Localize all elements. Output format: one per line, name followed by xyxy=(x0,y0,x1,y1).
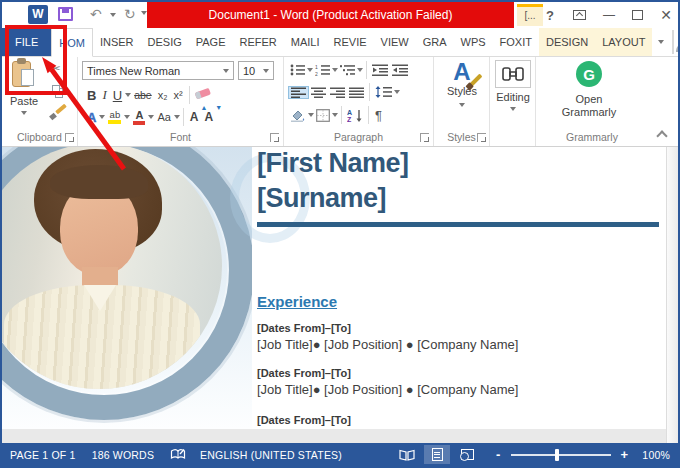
experience-heading[interactable]: Experience xyxy=(257,293,337,310)
ribbon-display-options-button[interactable] xyxy=(568,2,590,28)
tab-mailings[interactable]: MAILI xyxy=(284,28,327,56)
entry-detail[interactable]: [Job Title]● [Job Position] ● [Company N… xyxy=(257,337,518,352)
user-avatar[interactable] xyxy=(672,30,674,54)
align-center-icon xyxy=(311,87,326,98)
zoom-out-button[interactable]: - xyxy=(492,447,504,462)
sort-button[interactable]: AZ xyxy=(345,109,365,122)
minimize-button[interactable]: — xyxy=(598,2,620,28)
zoom-level[interactable]: 100% xyxy=(642,449,670,461)
line-spacing-icon xyxy=(375,86,392,98)
word-count-status[interactable]: 186 WORDS xyxy=(92,449,154,461)
show-formatting-button[interactable]: ¶ xyxy=(372,105,385,125)
styles-button[interactable]: A Styles xyxy=(438,59,486,109)
svg-text:2: 2 xyxy=(315,71,318,77)
paragraph-dialog-launcher-icon[interactable] xyxy=(420,133,429,142)
shading-button[interactable] xyxy=(288,109,308,122)
entry-dates[interactable]: [Dates From]–[To] xyxy=(257,367,351,379)
tab-view[interactable]: VIEW xyxy=(374,28,416,56)
italic-button[interactable]: I xyxy=(99,85,109,105)
superscript-button[interactable]: x² xyxy=(170,85,185,105)
subscript-button[interactable]: x₂ xyxy=(155,85,171,105)
tab-page-layout[interactable]: PAGE xyxy=(189,28,233,56)
first-name-heading[interactable]: [First Name] xyxy=(257,148,409,179)
read-mode-icon xyxy=(399,449,415,461)
undo-dropdown-icon[interactable] xyxy=(110,13,116,17)
tab-table-layout[interactable]: LAYOUT xyxy=(595,28,652,56)
tab-grammarly[interactable]: GRA xyxy=(416,28,454,56)
chevron-down-icon xyxy=(658,40,664,44)
font-dialog-launcher-icon[interactable] xyxy=(270,133,279,142)
ribbon: Paste ✂ Clipboard Times New Roman 10 xyxy=(2,57,678,147)
document-page[interactable]: [First Name] [Surname] Experience [Dates… xyxy=(2,147,666,429)
text-effects-button[interactable]: A xyxy=(84,107,99,127)
redo-icon[interactable]: ↻ xyxy=(124,6,136,22)
grammarly-button-line1: Open xyxy=(536,93,642,106)
clipboard-dialog-launcher-icon[interactable] xyxy=(65,133,74,142)
line-spacing-button[interactable] xyxy=(373,86,394,98)
save-icon[interactable] xyxy=(58,7,73,21)
multilevel-list-icon xyxy=(340,64,355,76)
bullets-button[interactable] xyxy=(288,64,307,76)
proofing-status-icon[interactable] xyxy=(170,448,186,461)
maximize-button[interactable] xyxy=(626,2,648,28)
font-color-button[interactable]: A xyxy=(130,107,148,127)
clear-formatting-button[interactable] xyxy=(193,85,214,105)
vertical-scrollbar[interactable] xyxy=(666,147,680,444)
styles-dialog-launcher-icon[interactable] xyxy=(477,133,486,142)
numbering-button[interactable]: 12 xyxy=(313,64,332,76)
tab-insert[interactable]: INSER xyxy=(93,28,141,56)
help-button[interactable]: ? xyxy=(540,2,560,28)
bold-button[interactable]: B xyxy=(84,85,99,105)
shrink-font-button[interactable]: A▼ xyxy=(202,107,217,127)
increase-indent-icon xyxy=(392,64,408,76)
tab-references[interactable]: REFER xyxy=(233,28,284,56)
sort-icon: AZ xyxy=(347,109,363,122)
surname-heading[interactable]: [Surname] xyxy=(257,183,386,214)
align-right-icon xyxy=(330,87,345,98)
multilevel-list-button[interactable] xyxy=(338,64,357,76)
strikethrough-button[interactable]: abe xyxy=(131,85,155,105)
zoom-slider[interactable] xyxy=(511,454,611,456)
zoom-slider-thumb[interactable] xyxy=(555,449,559,461)
zoom-in-button[interactable]: + xyxy=(618,447,630,462)
language-status[interactable]: ENGLISH (UNITED STATES) xyxy=(200,449,342,461)
web-layout-button[interactable] xyxy=(454,445,480,464)
undo-icon[interactable]: ↶ xyxy=(90,6,102,22)
justify-button[interactable] xyxy=(347,87,366,98)
divider xyxy=(183,108,184,126)
borders-dropdown-icon[interactable] xyxy=(332,113,338,117)
underline-button[interactable]: U xyxy=(110,85,125,105)
decrease-indent-button[interactable] xyxy=(370,64,390,76)
change-case-button[interactable]: Aa xyxy=(154,107,173,127)
format-painter-icon[interactable] xyxy=(49,107,65,121)
close-button[interactable]: ✕ xyxy=(654,2,678,28)
page-count-status[interactable]: PAGE 1 OF 1 xyxy=(10,449,76,461)
tab-wps[interactable]: WPS xyxy=(454,28,493,56)
entry-dates[interactable]: [Dates From]–[To] xyxy=(257,322,351,334)
increase-indent-button[interactable] xyxy=(390,64,410,76)
multilevel-dropdown-icon[interactable] xyxy=(357,68,363,72)
entry-detail[interactable]: [Job Title]● [Job Position] ● [Company N… xyxy=(257,382,518,397)
read-mode-button[interactable] xyxy=(394,445,420,464)
font-size-combobox[interactable]: 10 xyxy=(238,61,274,80)
align-center-button[interactable] xyxy=(309,87,328,98)
tab-review[interactable]: REVIE xyxy=(327,28,374,56)
change-case-dropdown-icon[interactable] xyxy=(174,115,180,119)
tab-table-design[interactable]: DESIGN xyxy=(539,28,595,56)
entry-dates[interactable]: [Dates From]–[To] xyxy=(257,414,351,426)
paste-dropdown-icon[interactable] xyxy=(21,111,27,115)
collapse-ribbon-icon[interactable] xyxy=(657,129,666,138)
print-layout-button[interactable] xyxy=(424,445,450,464)
word-window: W ↶ ↻ Document1 - Word (Product Activati… xyxy=(0,0,680,468)
highlight-button[interactable]: ab xyxy=(105,107,124,127)
align-left-button[interactable] xyxy=(288,86,309,99)
grow-font-button[interactable]: A▲ xyxy=(187,107,202,127)
font-family-combobox[interactable]: Times New Roman xyxy=(82,61,234,80)
tab-design[interactable]: DESIG xyxy=(141,28,189,56)
line-spacing-dropdown-icon[interactable] xyxy=(394,90,400,94)
align-right-button[interactable] xyxy=(328,87,347,98)
word-app-icon[interactable]: W xyxy=(28,5,48,24)
tab-foxit[interactable]: FOXIT xyxy=(493,28,539,56)
borders-button[interactable] xyxy=(314,109,332,122)
tab-overflow-button[interactable] xyxy=(652,28,670,56)
